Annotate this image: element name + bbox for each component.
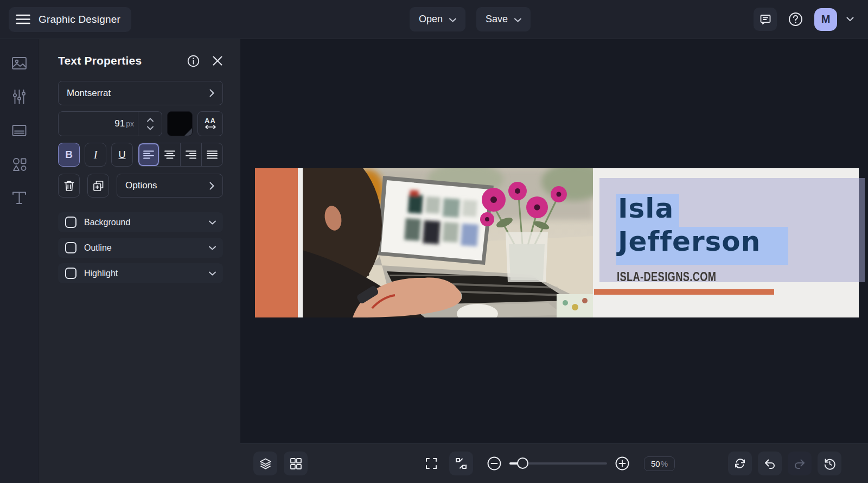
highlight-expand-button[interactable]	[209, 271, 216, 276]
chevron-down-icon	[209, 271, 216, 276]
align-justify-icon	[207, 150, 218, 159]
font-family-selector[interactable]: Montserrat	[58, 81, 223, 105]
bold-button[interactable]: B	[58, 143, 80, 167]
delete-button[interactable]	[58, 174, 80, 198]
panel-info-button[interactable]	[187, 55, 200, 67]
chevron-right-icon	[209, 89, 214, 97]
sidebar-item-shapes[interactable]	[10, 155, 28, 173]
chevron-right-icon	[209, 182, 214, 190]
account-menu-button[interactable]	[844, 15, 856, 24]
align-justify-button[interactable]	[202, 143, 222, 166]
font-size-increase-button[interactable]	[147, 118, 154, 122]
zoom-in-button[interactable]	[615, 456, 630, 471]
refresh-icon	[733, 457, 746, 470]
headline-text[interactable]: Isla Jefferson	[618, 192, 761, 258]
background-checkbox[interactable]	[65, 217, 76, 228]
italic-button[interactable]: I	[85, 143, 106, 167]
sidebar-item-text[interactable]	[10, 188, 28, 207]
outline-checkbox[interactable]	[65, 242, 76, 253]
text-properties-panel: Text Properties Montserrat 91px	[39, 39, 240, 483]
duplicate-button[interactable]	[87, 174, 109, 198]
help-button[interactable]	[784, 8, 807, 31]
website-text[interactable]: ISLA-DESIGNS.COM	[617, 269, 716, 284]
alignment-group	[138, 143, 223, 167]
file-actions: Open Save	[410, 7, 531, 31]
hamburger-icon	[16, 14, 30, 24]
bottom-toolbar: 50%	[240, 443, 868, 483]
zoom-percentage-field[interactable]: 50%	[644, 456, 675, 471]
align-center-button[interactable]	[159, 143, 181, 166]
zoom-in-icon	[615, 456, 630, 471]
underline-label: U	[119, 149, 126, 161]
italic-label: I	[94, 149, 98, 161]
layers-button[interactable]	[253, 452, 277, 475]
zoom-unit: %	[661, 459, 668, 468]
panel-close-button[interactable]	[212, 55, 223, 66]
highlight-label: Highlight	[84, 269, 201, 278]
underline-button[interactable]: U	[111, 143, 133, 167]
sidebar-item-images[interactable]	[10, 54, 28, 72]
font-size-value: 91	[114, 118, 125, 129]
font-size-unit: px	[126, 119, 134, 128]
desk-photo[interactable]	[303, 168, 593, 317]
orange-side-bar-shape[interactable]	[255, 168, 298, 317]
zoom-slider[interactable]	[509, 457, 607, 469]
background-toggle-row[interactable]: Background	[58, 212, 223, 232]
avatar-initial: M	[821, 13, 831, 26]
feedback-button[interactable]	[754, 8, 777, 31]
trash-icon	[64, 180, 74, 192]
stepper-up-icon	[147, 118, 154, 122]
topbar-right-group: M	[754, 8, 856, 31]
outline-expand-button[interactable]	[209, 246, 216, 250]
outline-toggle-row[interactable]: Outline	[58, 238, 223, 258]
open-button-label: Open	[419, 14, 443, 25]
align-left-button[interactable]	[138, 143, 159, 166]
main-layout: Text Properties Montserrat 91px	[0, 39, 868, 483]
fullscreen-icon	[425, 457, 438, 470]
lavender-overflow-dimmed	[859, 178, 865, 282]
font-size-decrease-button[interactable]	[147, 126, 154, 130]
open-button[interactable]: Open	[410, 7, 465, 31]
options-button[interactable]: Options	[117, 174, 223, 198]
fit-to-screen-button[interactable]	[449, 452, 473, 475]
history-icon	[823, 457, 837, 471]
letter-spacing-button[interactable]: AA	[197, 111, 223, 136]
main-menu-button[interactable]: Graphic Designer	[9, 7, 131, 32]
zoom-slider-knob[interactable]	[517, 457, 528, 469]
banner-icon	[10, 122, 28, 139]
highlight-checkbox[interactable]	[65, 268, 76, 279]
pages-grid-button[interactable]	[284, 452, 308, 475]
bold-label: B	[65, 149, 73, 161]
fit-screen-icon	[455, 457, 468, 470]
save-button[interactable]: Save	[476, 7, 531, 31]
zoom-out-button[interactable]	[487, 456, 502, 471]
font-size-input[interactable]: 91px	[59, 112, 138, 136]
left-icon-rail	[0, 39, 39, 483]
horizontal-arrows-icon	[205, 124, 216, 130]
sidebar-item-header-blocks[interactable]	[10, 121, 28, 139]
redo-button[interactable]	[788, 452, 812, 475]
font-color-swatch[interactable]	[167, 111, 193, 136]
options-label: Options	[125, 180, 157, 191]
font-size-control: 91px	[58, 111, 162, 136]
shapes-icon	[10, 155, 28, 173]
avatar[interactable]: M	[814, 8, 837, 31]
highlight-toggle-row[interactable]: Highlight	[58, 263, 223, 283]
refresh-button[interactable]	[728, 452, 752, 475]
background-expand-button[interactable]	[209, 220, 216, 225]
image-icon	[10, 54, 28, 72]
fullscreen-button[interactable]	[419, 452, 443, 475]
chevron-down-icon	[209, 246, 216, 250]
design-artboard[interactable]: Isla Jefferson ISLA-DESIGNS.COM	[255, 168, 859, 317]
sidebar-item-adjustments[interactable]	[10, 87, 28, 106]
history-button[interactable]	[818, 452, 841, 475]
canvas-area[interactable]: Isla Jefferson ISLA-DESIGNS.COM	[240, 39, 868, 483]
align-center-icon	[164, 150, 175, 159]
headline-line-1: Isla	[618, 192, 761, 225]
orange-underline-shape[interactable]	[594, 289, 774, 295]
align-right-button[interactable]	[181, 143, 202, 166]
outline-label: Outline	[84, 243, 201, 253]
align-right-icon	[186, 150, 196, 159]
undo-button[interactable]	[758, 452, 782, 475]
close-icon	[212, 55, 223, 66]
